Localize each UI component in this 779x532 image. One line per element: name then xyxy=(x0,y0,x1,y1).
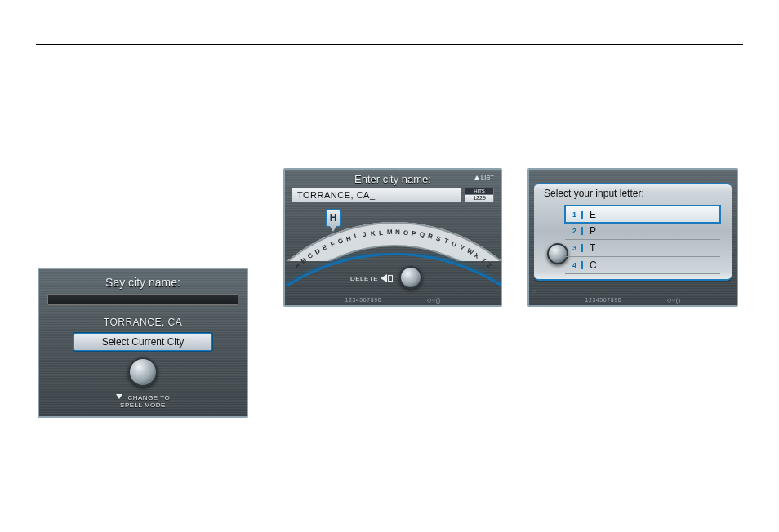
option-letter: T xyxy=(583,242,595,254)
arc-letter-g[interactable]: G xyxy=(337,237,345,246)
hint-line2: SPELL MODE xyxy=(120,401,166,409)
letter-arc[interactable]: ABCDEFGHIJKLMNOPQRSTUVWXYZ xyxy=(285,222,502,263)
bottom-function-row: 1234567890 ◇○() xyxy=(285,297,501,304)
arc-letter-y[interactable]: Y xyxy=(479,256,487,264)
arc-letter-j[interactable]: J xyxy=(362,231,367,239)
option-number: 2 xyxy=(565,227,583,235)
letter-option[interactable]: 4C xyxy=(565,257,720,274)
arc-letter-q[interactable]: Q xyxy=(420,231,426,239)
down-triangle-icon xyxy=(116,394,122,399)
background-arc-letter: A xyxy=(532,288,537,295)
bottom-function-row: 1234567890 ◇○() xyxy=(529,297,737,304)
letter-disambiguation-screen: A J Select your input letter: 1E2P3T4C 1… xyxy=(527,168,738,307)
arc-letter-e[interactable]: E xyxy=(322,243,329,251)
up-triangle-icon xyxy=(474,175,479,180)
parsed-city-readout: TORRANCE, CA xyxy=(39,317,247,328)
column-divider-2 xyxy=(514,65,514,493)
popup-title: Select your input letter: xyxy=(544,188,644,199)
backspace-box-icon xyxy=(388,275,393,282)
list-label: LIST xyxy=(481,175,494,180)
voice-city-entry-screen: Say city name: TORRANCE, CA Select Curre… xyxy=(38,268,248,418)
screen-title: Say city name: xyxy=(39,276,247,289)
option-number: 3 xyxy=(565,244,583,252)
backspace-icon xyxy=(381,274,387,282)
arc-letter-m[interactable]: M xyxy=(387,228,393,236)
arc-letter-v[interactable]: V xyxy=(458,243,465,251)
hits-value: 1229 xyxy=(465,195,494,202)
mode-change-hint: CHANGE TO SPELL MODE xyxy=(39,394,247,410)
arc-letter-f[interactable]: F xyxy=(329,240,336,248)
arc-letter-n[interactable]: N xyxy=(395,228,400,236)
letter-option[interactable]: 3T xyxy=(565,240,720,257)
rotary-knob-icon[interactable] xyxy=(128,357,158,387)
list-shortcut[interactable]: LIST xyxy=(474,175,494,180)
delete-button[interactable]: DELETE xyxy=(350,274,393,282)
arc-letter-k[interactable]: K xyxy=(370,229,376,237)
arc-letter-u[interactable]: U xyxy=(451,240,458,249)
select-current-city-button[interactable]: Select Current City xyxy=(73,333,212,351)
option-number: 4 xyxy=(565,261,583,269)
arc-letter-x[interactable]: X xyxy=(473,251,480,259)
arc-letter-r[interactable]: R xyxy=(427,233,434,241)
city-text-entry[interactable]: TORRANCE, CA_ xyxy=(292,188,461,202)
arc-letter-c[interactable]: C xyxy=(307,251,315,260)
letter-option[interactable]: 1E xyxy=(565,206,720,223)
arc-letter-d[interactable]: D xyxy=(314,247,321,256)
arc-letter-h[interactable]: H xyxy=(345,234,352,242)
letter-arc-band xyxy=(283,222,502,307)
letter-option[interactable]: 2P xyxy=(565,223,720,240)
horizontal-rule xyxy=(36,44,743,45)
letter-option-list: 1E2P3T4C xyxy=(565,206,720,274)
delete-label: DELETE xyxy=(350,275,378,282)
arc-letter-l[interactable]: L xyxy=(378,228,383,236)
screen-title: Enter city name: xyxy=(285,173,501,185)
option-number: 1 xyxy=(565,211,583,219)
arc-letter-t[interactable]: T xyxy=(443,237,450,246)
arc-letter-b[interactable]: B xyxy=(300,256,308,265)
arc-letter-p[interactable]: P xyxy=(412,229,416,237)
selected-letter-indicator: H xyxy=(326,209,341,227)
arc-letter-i[interactable]: I xyxy=(354,233,357,240)
arc-letter-w[interactable]: W xyxy=(465,247,474,257)
voice-input-field[interactable] xyxy=(47,294,238,305)
option-letter: C xyxy=(583,259,597,271)
spell-city-entry-screen: Enter city name: LIST TORRANCE, CA_ HITS… xyxy=(283,168,502,307)
arc-letter-z[interactable]: Z xyxy=(486,261,493,269)
option-letter: P xyxy=(583,225,596,237)
arc-letter-o[interactable]: O xyxy=(403,228,409,236)
arc-letter-s[interactable]: S xyxy=(435,235,442,243)
hits-counter: HITS 1229 xyxy=(465,188,494,202)
hits-label: HITS xyxy=(465,188,494,195)
rotary-knob-icon[interactable] xyxy=(399,266,422,289)
arc-letter-a[interactable]: A xyxy=(293,261,301,270)
hint-line1: CHANGE TO xyxy=(127,394,170,401)
option-letter: E xyxy=(583,209,596,220)
column-divider-1 xyxy=(274,65,274,493)
input-letter-popup: Select your input letter: 1E2P3T4C xyxy=(534,183,732,281)
